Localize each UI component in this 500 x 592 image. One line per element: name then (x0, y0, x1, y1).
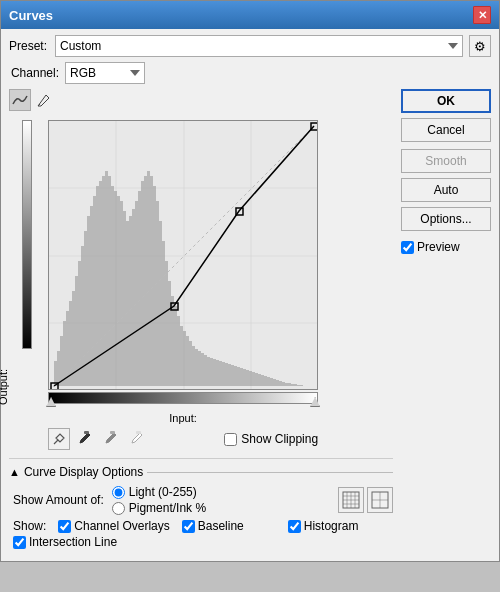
svg-rect-51 (189, 341, 192, 386)
baseline-checkbox[interactable] (182, 520, 195, 533)
svg-rect-49 (183, 331, 186, 386)
gray-eyedropper-button[interactable] (100, 428, 122, 450)
input-gradient (48, 392, 318, 404)
svg-rect-31 (129, 216, 132, 386)
main-body: Output: (9, 89, 491, 553)
svg-rect-80 (276, 380, 279, 386)
show-clipping-checkbox[interactable] (224, 433, 237, 446)
graph-container: Input: (48, 120, 318, 450)
grid-buttons (338, 487, 393, 513)
cancel-button[interactable]: Cancel (401, 118, 491, 142)
svg-rect-85 (291, 384, 294, 386)
svg-rect-53 (195, 349, 198, 386)
gear-button[interactable]: ⚙ (469, 35, 491, 57)
show-clipping-label: Show Clipping (241, 432, 318, 446)
title-bar: Curves ✕ (1, 1, 499, 29)
show-row: Show: Channel Overlays Baseline Histogra… (9, 519, 393, 549)
preview-label: Preview (417, 240, 460, 254)
svg-rect-59 (213, 359, 216, 386)
svg-rect-88 (300, 385, 303, 386)
eyedropper-row: Show Clipping (48, 428, 318, 450)
svg-rect-23 (105, 171, 108, 386)
channel-select[interactable]: RGB Red Green Blue (65, 62, 145, 84)
svg-rect-37 (147, 171, 150, 386)
svg-rect-47 (177, 316, 180, 386)
svg-rect-86 (294, 384, 297, 386)
dialog-title: Curves (9, 8, 53, 23)
intersection-label: Intersection Line (29, 535, 117, 549)
svg-rect-64 (228, 364, 231, 386)
channel-overlays-item: Channel Overlays (58, 519, 169, 533)
histogram (54, 171, 303, 386)
svg-rect-62 (222, 362, 225, 386)
svg-rect-16 (84, 231, 87, 386)
tools-row (9, 89, 55, 111)
svg-rect-84 (288, 383, 291, 386)
show-label: Show: (13, 519, 46, 533)
graph-canvas[interactable] (48, 120, 318, 390)
baseline-item: Baseline (182, 519, 244, 533)
histogram-item: Histogram (288, 519, 359, 533)
curve-tool-button[interactable] (9, 89, 31, 111)
svg-rect-11 (69, 301, 72, 386)
left-panel: Output: (9, 89, 393, 553)
section-title: Curve Display Options (24, 465, 143, 479)
section-toggle[interactable]: ▲ (9, 466, 20, 478)
radio-group: Light (0-255) Pigment/Ink % (112, 485, 206, 515)
gradient-handle-right[interactable] (310, 397, 320, 407)
svg-rect-30 (126, 221, 129, 386)
pigment-radio[interactable] (112, 502, 125, 515)
fine-grid-button[interactable] (338, 487, 364, 513)
svg-rect-67 (237, 367, 240, 386)
channel-overlays-label: Channel Overlays (74, 519, 169, 533)
preset-label: Preset: (9, 39, 49, 53)
close-button[interactable]: ✕ (473, 6, 491, 24)
output-label: Output: (0, 369, 9, 405)
svg-rect-58 (210, 358, 213, 386)
input-gradient-area (48, 392, 318, 404)
channel-overlays-checkbox[interactable] (58, 520, 71, 533)
svg-rect-65 (231, 365, 234, 386)
svg-rect-55 (201, 353, 204, 386)
svg-rect-18 (90, 206, 93, 386)
black-eyedropper-button[interactable] (74, 428, 96, 450)
auto-select-button[interactable] (48, 428, 70, 450)
show-amount-row: Show Amount of: Light (0-255) Pigment/In… (9, 485, 393, 515)
coarse-grid-button[interactable] (367, 487, 393, 513)
histogram-checkbox[interactable] (288, 520, 301, 533)
section-line (147, 472, 393, 473)
show-amount-label: Show Amount of: (13, 493, 104, 507)
svg-rect-75 (261, 375, 264, 386)
options-button[interactable]: Options... (401, 207, 491, 231)
svg-rect-25 (111, 186, 114, 386)
intersection-checkbox[interactable] (13, 536, 26, 549)
white-eyedropper-button[interactable] (126, 428, 148, 450)
pigment-radio-item: Pigment/Ink % (112, 501, 206, 515)
svg-rect-40 (156, 201, 159, 386)
preview-area: Preview (401, 240, 491, 254)
intersection-item: Intersection Line (13, 535, 117, 549)
svg-rect-41 (159, 221, 162, 386)
curves-dialog: Curves ✕ Preset: Custom ⚙ Channel: RGB R… (0, 0, 500, 562)
preset-select[interactable]: Custom (55, 35, 463, 57)
preset-row: Preset: Custom ⚙ (9, 35, 491, 57)
svg-rect-83 (285, 383, 288, 386)
auto-button[interactable]: Auto (401, 178, 491, 202)
gradient-handle-left[interactable] (46, 397, 56, 407)
light-radio[interactable] (112, 486, 125, 499)
svg-rect-15 (81, 246, 84, 386)
svg-rect-29 (123, 211, 126, 386)
tools-area (9, 89, 393, 113)
histogram-label: Histogram (304, 519, 359, 533)
ok-button[interactable]: OK (401, 89, 491, 113)
light-label: Light (0-255) (129, 485, 197, 499)
smooth-button[interactable]: Smooth (401, 149, 491, 173)
svg-rect-82 (282, 382, 285, 386)
show-clipping-area: Show Clipping (224, 432, 318, 446)
svg-rect-57 (207, 357, 210, 386)
preview-checkbox[interactable] (401, 241, 414, 254)
light-radio-item: Light (0-255) (112, 485, 206, 499)
svg-rect-95 (110, 431, 115, 434)
svg-rect-35 (141, 181, 144, 386)
pencil-tool-button[interactable] (33, 89, 55, 111)
